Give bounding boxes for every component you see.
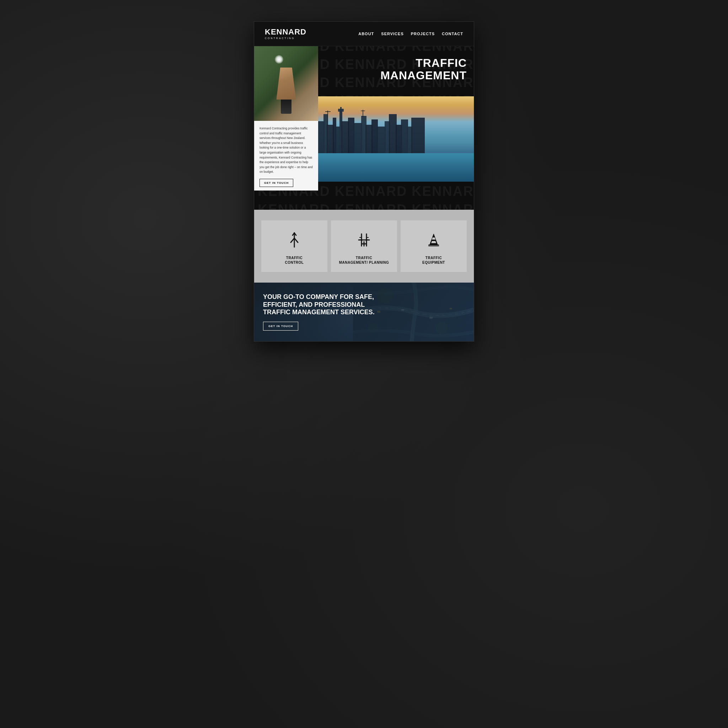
hero-content: TRAFFIC MANAGEMENT Kennard Contracting p… <box>254 46 474 191</box>
svg-rect-42 <box>428 245 439 246</box>
get-in-touch-button-cta[interactable]: GET IN TOUCH <box>263 322 298 330</box>
traffic-mgmt-icon <box>355 231 373 250</box>
services-section: TRAFFIC CONTROL <box>254 210 474 283</box>
traffic-equipment-icon <box>425 231 442 250</box>
service-label-traffic-equipment: TRAFFIC EQUIPMENT <box>422 255 445 265</box>
services-grid: TRAFFIC CONTROL <box>261 220 467 272</box>
svg-rect-20 <box>411 118 425 153</box>
nav-projects[interactable]: PROJECTS <box>411 32 435 36</box>
hero-title-area: TRAFFIC MANAGEMENT <box>318 46 474 96</box>
city-skyline-svg <box>318 107 425 153</box>
hero-description: Kennard Contracting provides traffic con… <box>260 126 313 174</box>
svg-rect-8 <box>341 121 349 153</box>
nav-links: ABOUT SERVICES PROJECTS CONTACT <box>358 32 463 36</box>
logo-name: KENNARD <box>265 28 306 36</box>
service-label-traffic-control: TRAFFIC CONTROL <box>285 255 304 265</box>
nav-about[interactable]: ABOUT <box>358 32 374 36</box>
hero-hand-image <box>254 46 318 121</box>
svg-rect-7 <box>340 107 342 110</box>
hero-text-area: Kennard Contracting provides traffic con… <box>254 121 318 191</box>
browser-frame: KENNARD CONTRACTING ABOUT SERVICES PROJE… <box>254 21 474 342</box>
svg-rect-24 <box>361 110 365 111</box>
logo[interactable]: KENNARD CONTRACTING <box>265 28 306 40</box>
hero-left-col: Kennard Contracting provides traffic con… <box>254 46 318 191</box>
hero-city-image <box>318 96 474 182</box>
svg-rect-21 <box>327 110 328 125</box>
svg-rect-22 <box>325 111 330 112</box>
cta-title: YOUR GO-TO COMPANY FOR SAFE, EFFICIENT, … <box>263 293 387 317</box>
navigation: KENNARD CONTRACTING ABOUT SERVICES PROJE… <box>254 22 474 46</box>
hero-light-effect <box>275 55 283 64</box>
logo-sub: CONTRACTING <box>265 37 306 40</box>
svg-rect-10 <box>353 123 362 153</box>
hero-section: KENNARD KENNARD KENNARD KENNARD KENNARD … <box>254 46 474 210</box>
nav-contact[interactable]: CONTACT <box>442 32 463 36</box>
cta-content: YOUR GO-TO COMPANY FOR SAFE, EFFICIENT, … <box>263 293 465 330</box>
nav-services[interactable]: SERVICES <box>381 32 404 36</box>
get-in-touch-button-hero[interactable]: GET IN TOUCH <box>260 179 293 187</box>
svg-rect-16 <box>389 114 397 153</box>
service-label-traffic-mgmt: TRAFFIC MANAGEMENT/ PLANNING <box>339 255 389 265</box>
svg-marker-40 <box>431 241 436 243</box>
hero-title: TRAFFIC MANAGEMENT <box>325 57 467 82</box>
city-water <box>318 153 474 182</box>
cta-section: YOUR GO-TO COMPANY FOR SAFE, EFFICIENT, … <box>254 283 474 341</box>
traffic-control-icon <box>286 231 303 250</box>
service-card-traffic-equipment[interactable]: TRAFFIC EQUIPMENT <box>401 220 467 272</box>
svg-rect-14 <box>377 127 386 153</box>
service-card-traffic-control[interactable]: TRAFFIC CONTROL <box>261 220 327 272</box>
service-card-traffic-mgmt[interactable]: TRAFFIC MANAGEMENT/ PLANNING <box>331 220 397 272</box>
